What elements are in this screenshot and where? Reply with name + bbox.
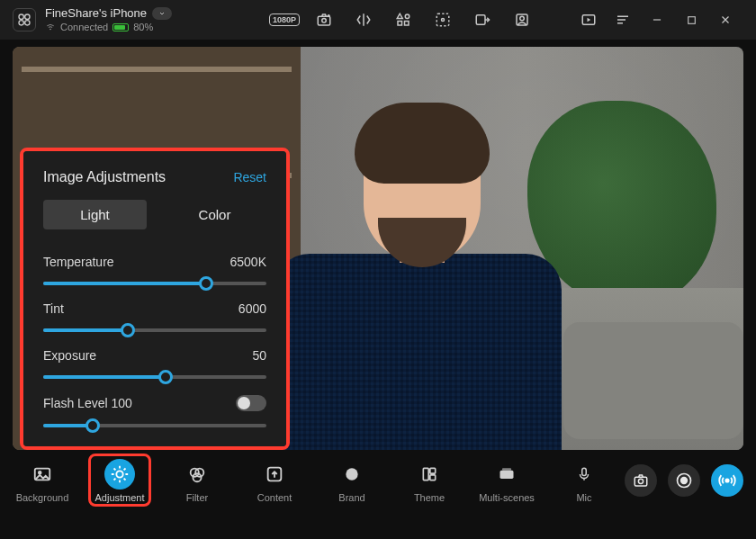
temperature-label: Temperature (43, 255, 114, 269)
tab-color[interactable]: Color (163, 200, 266, 229)
camera-add-icon[interactable] (315, 12, 333, 28)
svg-point-35 (725, 479, 728, 481)
library-icon[interactable] (580, 12, 598, 28)
tint-slider[interactable] (43, 323, 266, 337)
svg-point-6 (322, 19, 327, 23)
tint-control: Tint 6000 (43, 301, 266, 337)
svg-rect-5 (318, 16, 330, 25)
temperature-slider[interactable] (43, 276, 266, 291)
nav-mic[interactable]: Mic (554, 459, 614, 503)
scenes-icon (491, 459, 522, 490)
svg-point-22 (193, 473, 201, 481)
nav-multiscenes[interactable]: Multi-scenes (477, 459, 536, 503)
svg-rect-12 (476, 15, 485, 25)
svg-point-24 (346, 468, 357, 480)
nav-content[interactable]: Content (245, 459, 304, 503)
record-button[interactable] (668, 464, 700, 497)
flash-control: Flash Level 100 (43, 395, 266, 433)
title-bar: FineShare's iPhone Connected 80% 1080P (0, 0, 756, 40)
svg-rect-16 (688, 16, 695, 23)
exposure-value: 50 (252, 348, 266, 363)
mirror-icon[interactable] (355, 12, 373, 28)
svg-rect-28 (500, 471, 514, 479)
tint-value: 6000 (238, 301, 266, 316)
svg-rect-9 (405, 22, 410, 26)
device-name: FineShare's iPhone (45, 7, 147, 20)
portrait-icon[interactable] (513, 12, 531, 28)
svg-point-11 (442, 19, 445, 22)
temperature-value: 6500K (230, 255, 266, 269)
svg-point-19 (116, 471, 122, 477)
svg-rect-26 (430, 468, 436, 473)
stream-button[interactable] (711, 464, 743, 497)
maximize-button[interactable] (682, 12, 700, 28)
theme-icon (414, 459, 445, 490)
status-text: Connected (60, 22, 108, 32)
svg-point-7 (405, 14, 410, 19)
app-logo (13, 8, 36, 31)
nav-background[interactable]: Background (13, 459, 72, 503)
svg-rect-10 (436, 13, 449, 26)
svg-point-3 (25, 21, 30, 25)
resolution-button[interactable]: 1080P (275, 12, 293, 28)
svg-rect-27 (430, 475, 436, 481)
shapes-icon[interactable] (394, 12, 412, 28)
svg-point-1 (25, 14, 30, 19)
upload-icon (259, 459, 290, 490)
svg-rect-25 (423, 468, 428, 480)
connection-status: Connected 80% (45, 22, 172, 32)
svg-point-18 (39, 472, 41, 474)
minimize-button[interactable] (648, 12, 666, 28)
exposure-control: Exposure 50 (43, 348, 266, 384)
temperature-control: Temperature 6500K (43, 255, 266, 291)
device-selector[interactable]: FineShare's iPhone (45, 7, 172, 20)
export-icon[interactable] (473, 12, 491, 28)
svg-rect-8 (398, 22, 402, 26)
screenshot-icon[interactable] (434, 12, 452, 28)
mic-icon (569, 459, 599, 490)
exposure-label: Exposure (43, 348, 96, 363)
battery-icon (112, 23, 129, 31)
chevron-down-icon (152, 7, 172, 20)
bottom-toolbar: Background Adjustment Filter Content Bra… (0, 450, 756, 505)
nav-filter[interactable]: Filter (167, 459, 227, 503)
svg-rect-30 (582, 468, 587, 475)
nav-brand[interactable]: Brand (322, 459, 382, 503)
flash-slider[interactable] (43, 418, 266, 433)
panel-title: Image Adjustments (43, 169, 166, 185)
svg-point-4 (50, 29, 51, 30)
nav-adjustment[interactable]: Adjustment (90, 455, 149, 505)
close-button[interactable] (716, 12, 734, 28)
nav-theme[interactable]: Theme (400, 459, 459, 503)
svg-point-32 (638, 479, 643, 483)
battery-text: 80% (133, 22, 153, 32)
snapshot-button[interactable] (625, 464, 657, 497)
svg-point-34 (681, 478, 688, 484)
tint-label: Tint (43, 301, 64, 316)
sun-icon (104, 459, 135, 490)
flash-label: Flash Level 100 (43, 396, 132, 410)
svg-point-14 (520, 16, 525, 21)
wifi-icon (45, 22, 56, 31)
svg-rect-29 (502, 468, 511, 471)
image-icon (27, 459, 58, 490)
tab-light[interactable]: Light (43, 200, 147, 229)
reset-button[interactable]: Reset (233, 170, 266, 184)
menu-icon[interactable] (614, 12, 632, 28)
flash-toggle[interactable] (236, 395, 266, 411)
image-adjustments-panel: Image Adjustments Reset Light Color Temp… (20, 148, 290, 450)
brand-icon (337, 459, 367, 490)
svg-point-2 (19, 21, 23, 25)
svg-point-0 (19, 14, 23, 19)
exposure-slider[interactable] (43, 370, 266, 384)
filter-icon (182, 459, 212, 490)
video-preview: Image Adjustments Reset Light Color Temp… (13, 47, 743, 450)
